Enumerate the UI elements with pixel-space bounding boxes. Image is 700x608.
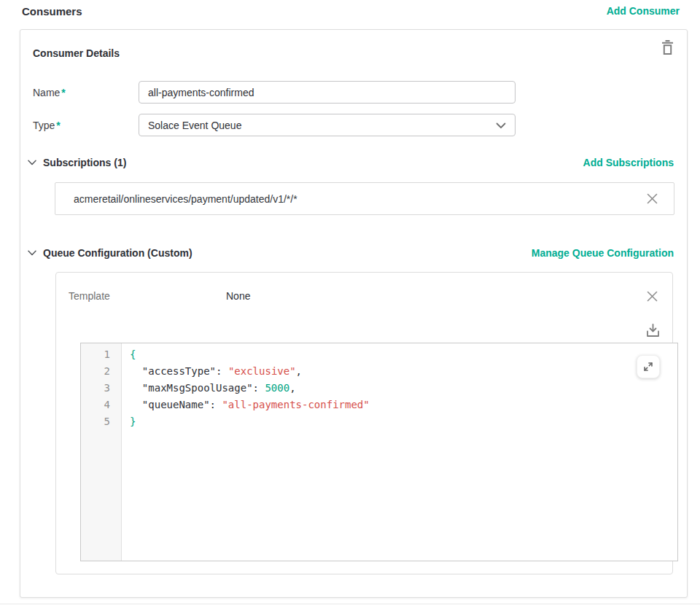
remove-subscription-button[interactable] bbox=[647, 193, 658, 204]
editor-code[interactable]: { "accessType": "exclusive", "maxMsgSpoo… bbox=[122, 343, 677, 561]
code-line: "accessType": "exclusive", bbox=[130, 363, 677, 380]
download-icon bbox=[646, 329, 660, 340]
page-title: Consumers bbox=[22, 5, 82, 17]
queue-config-panel: Template None bbox=[55, 272, 673, 574]
close-icon bbox=[647, 195, 658, 206]
line-number: 4 bbox=[81, 397, 110, 413]
name-input[interactable] bbox=[139, 81, 516, 104]
type-select-value: Solace Event Queue bbox=[148, 120, 241, 131]
trash-icon bbox=[661, 46, 674, 57]
bottom-divider bbox=[0, 604, 700, 604]
required-asterisk: * bbox=[61, 87, 65, 98]
close-icon bbox=[647, 293, 658, 304]
editor-gutter: 12345 bbox=[81, 343, 122, 561]
queue-config-section-header: Queue Configuration (Custom) Manage Queu… bbox=[25, 247, 674, 259]
subscriptions-collapse-button[interactable] bbox=[25, 160, 39, 165]
expand-icon bbox=[642, 360, 655, 373]
add-consumer-button[interactable]: Add Consumer bbox=[607, 5, 680, 17]
add-subscriptions-button[interactable]: Add Subscriptions bbox=[583, 157, 674, 168]
code-line: "queueName": "all-payments-confirmed" bbox=[130, 397, 677, 413]
code-line: } bbox=[130, 413, 677, 430]
delete-consumer-button[interactable] bbox=[661, 40, 674, 55]
download-row bbox=[69, 323, 663, 338]
clear-template-button[interactable] bbox=[647, 291, 658, 302]
template-label: Template bbox=[69, 290, 226, 302]
name-label: Name* bbox=[33, 87, 139, 98]
card-title: Consumer Details bbox=[33, 47, 120, 59]
code-line: "maxMsgSpoolUsage": 5000, bbox=[130, 380, 677, 397]
expand-editor-button[interactable] bbox=[637, 355, 660, 378]
required-asterisk: * bbox=[56, 120, 60, 131]
line-number: 5 bbox=[81, 413, 110, 430]
chevron-down-icon bbox=[28, 247, 36, 258]
type-label: Type* bbox=[33, 120, 139, 131]
line-number: 1 bbox=[81, 346, 110, 363]
consumer-card: Consumer Details Name* Type* Solace Even… bbox=[20, 29, 688, 598]
queue-config-title: Queue Configuration (Custom) bbox=[43, 247, 192, 259]
subscription-item: acmeretail/onlineservices/payment/update… bbox=[55, 182, 674, 215]
line-number: 3 bbox=[81, 380, 110, 397]
subscription-topic: acmeretail/onlineservices/payment/update… bbox=[74, 193, 647, 205]
type-field-row: Type* Solace Event Queue bbox=[33, 114, 674, 136]
chevron-down-icon bbox=[496, 120, 506, 131]
code-line: { bbox=[130, 346, 677, 363]
template-value: None bbox=[226, 290, 647, 302]
type-select[interactable]: Solace Event Queue bbox=[139, 114, 516, 136]
chevron-down-icon bbox=[28, 157, 36, 168]
line-number: 2 bbox=[81, 363, 110, 380]
subscriptions-title: Subscriptions (1) bbox=[43, 157, 126, 168]
code-editor[interactable]: 12345 { "accessType": "exclusive", "maxM… bbox=[80, 343, 678, 561]
subscriptions-section-header: Subscriptions (1) Add Subscriptions bbox=[25, 157, 674, 168]
page-header: Consumers Add Consumer bbox=[0, 0, 700, 17]
template-row: Template None bbox=[69, 287, 663, 305]
manage-queue-config-button[interactable]: Manage Queue Configuration bbox=[532, 247, 674, 259]
name-field-row: Name* bbox=[33, 81, 674, 104]
download-button[interactable] bbox=[646, 323, 660, 338]
queue-config-collapse-button[interactable] bbox=[25, 250, 39, 256]
